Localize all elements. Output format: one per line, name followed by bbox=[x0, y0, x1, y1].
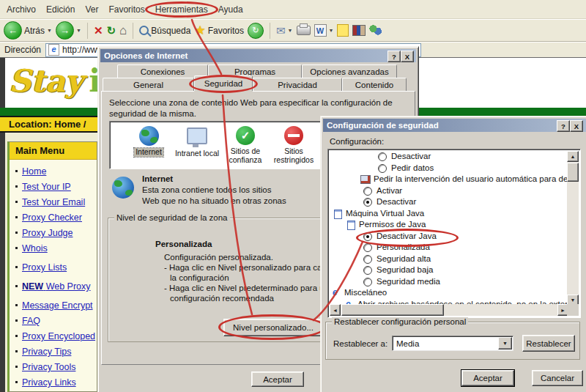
ie-page-icon: e bbox=[48, 44, 59, 56]
radio-desactivar-java[interactable] bbox=[363, 232, 372, 241]
radio-desactivar[interactable] bbox=[378, 152, 387, 161]
sidebar-link-proxy-judge[interactable]: Proxy Judge bbox=[15, 228, 95, 238]
reset-group: Restablecer configuración personal Resta… bbox=[325, 322, 580, 360]
zone-sitios-restringidos[interactable]: Sitios restringidos bbox=[270, 126, 318, 164]
zone-confianza-label: Sitios de confianza bbox=[221, 147, 270, 164]
scroll-left-icon[interactable]: ◄ bbox=[330, 304, 341, 316]
vertical-scroll-thumb[interactable] bbox=[567, 163, 579, 182]
menu-favoritos[interactable]: Favoritos bbox=[105, 3, 148, 16]
menu-ver[interactable]: Ver bbox=[81, 3, 102, 16]
sidebar-main-menu: Main Menu Home Test Your IP Test Your Em… bbox=[7, 141, 97, 392]
home-icon[interactable]: ⌂ bbox=[119, 23, 127, 38]
favorites-star-icon: ★ bbox=[194, 23, 205, 38]
java-vm-icon bbox=[334, 210, 342, 219]
forward-dropdown-icon[interactable]: ▼ bbox=[76, 28, 81, 33]
screen: Stayin Location: Home / Main Menu Home T… bbox=[0, 0, 586, 392]
sidebar-link-faq[interactable]: FAQ bbox=[15, 316, 95, 326]
tab-opciones-avanzadas[interactable]: Opciones avanzadas bbox=[302, 64, 397, 78]
menu-edicion[interactable]: Edición bbox=[42, 3, 78, 16]
dialog-internet-options-titlebar[interactable]: Opciones de Internet bbox=[100, 49, 416, 62]
radio-activar[interactable] bbox=[363, 187, 372, 196]
close-button[interactable]: X bbox=[401, 51, 414, 62]
mail-button[interactable]: ✉▼ bbox=[276, 24, 293, 37]
security-settings-cancel-button[interactable]: Cancelar bbox=[532, 370, 583, 386]
search-button[interactable]: Búsqueda bbox=[139, 26, 190, 36]
menu-archivo[interactable]: Archivo bbox=[3, 3, 40, 16]
print-icon[interactable] bbox=[297, 26, 311, 35]
notes-icon[interactable] bbox=[337, 24, 349, 37]
reset-button[interactable]: Restablecer bbox=[522, 335, 575, 352]
messenger-icon[interactable] bbox=[369, 25, 382, 36]
radio-desactivar-descargas[interactable] bbox=[363, 198, 372, 207]
history-icon[interactable]: ↻ bbox=[248, 23, 264, 39]
tab-general[interactable]: General bbox=[103, 78, 194, 91]
radio-seguridad-media[interactable] bbox=[363, 278, 372, 286]
tab-privacidad[interactable]: Privacidad bbox=[253, 78, 342, 91]
forward-button[interactable]: →▼ bbox=[56, 21, 81, 40]
sidebar-link-test-your-email[interactable]: Test Your Email bbox=[15, 197, 95, 207]
sidebar-link-web-proxy-label: Web Proxy bbox=[46, 281, 91, 292]
sidebar-link-privacy-tips[interactable]: Privacy Tips bbox=[15, 347, 95, 357]
browser-menubar: Archivo Edición Ver Favoritos Herramient… bbox=[0, 0, 586, 19]
reset-level-select[interactable]: Media▼ bbox=[392, 336, 513, 351]
radio-pedir-datos[interactable] bbox=[378, 164, 387, 173]
edit-word-button[interactable]: W▼ bbox=[314, 24, 334, 37]
refresh-icon[interactable]: ↻ bbox=[106, 24, 116, 37]
sidebar-link-proxy-lists[interactable]: Proxy Lists bbox=[15, 262, 95, 273]
reset-level-value: Media bbox=[396, 339, 419, 348]
list-item: Personalizada bbox=[330, 242, 568, 254]
radio-seguridad-baja[interactable] bbox=[363, 266, 372, 275]
scrollbar-corner bbox=[567, 304, 579, 316]
menu-herramientas-label: Herramientas bbox=[155, 4, 208, 15]
mail-dropdown-icon[interactable]: ▼ bbox=[288, 28, 293, 33]
vertical-scrollbar[interactable]: ▲ ▼ bbox=[567, 151, 579, 306]
close-button[interactable]: X bbox=[570, 120, 583, 132]
zone-sitios-confianza[interactable]: ✓Sitios de confianza bbox=[221, 126, 270, 164]
list-item: Seguridad baja bbox=[330, 265, 568, 276]
custom-level-button[interactable]: Nivel personalizado... bbox=[223, 319, 323, 336]
stop-icon[interactable]: ✕ bbox=[94, 24, 103, 37]
option-label: Seguridad baja bbox=[377, 265, 433, 274]
menu-herramientas[interactable]: Herramientas bbox=[152, 3, 212, 16]
zone-internet[interactable]: Internet bbox=[125, 126, 173, 157]
sidebar-link-message-encrypt[interactable]: Message Encrypt bbox=[15, 300, 95, 311]
research-icon[interactable] bbox=[352, 25, 366, 36]
sidebar-link-privacy-links[interactable]: Privacy Links bbox=[15, 377, 95, 388]
tab-contenido[interactable]: Contenido bbox=[342, 78, 407, 91]
sidebar-link-proxy-encyclopedia[interactable]: Proxy Encycloped bbox=[15, 331, 95, 341]
site-logo-word1: Stay bbox=[9, 63, 83, 99]
option-label: Seguridad alta bbox=[377, 254, 431, 263]
sidebar-link-web-proxy[interactable]: NEW Web Proxy bbox=[15, 281, 95, 292]
help-button[interactable]: ? bbox=[387, 51, 401, 62]
tab-seguridad[interactable]: Seguridad bbox=[194, 75, 253, 91]
sidebar-link-home[interactable]: Home bbox=[15, 166, 95, 177]
help-button[interactable]: ? bbox=[557, 120, 570, 132]
toolbar-separator bbox=[133, 23, 133, 39]
sidebar-link-whois[interactable]: Whois bbox=[15, 243, 95, 254]
favorites-button[interactable]: ★Favoritos bbox=[194, 23, 244, 38]
dialog-security-settings-titlebar[interactable]: Configuración de seguridad bbox=[323, 119, 586, 132]
sidebar-link-privacy-tools[interactable]: Privacy Tools bbox=[15, 362, 95, 372]
zone-intranet-label: Intranet local bbox=[175, 149, 219, 158]
selected-zone-description: Esta zona contiene todos los sitios Web … bbox=[142, 185, 287, 207]
security-settings-ok-button[interactable]: Aceptar bbox=[461, 370, 514, 386]
horizontal-scrollbar[interactable]: ◄ ► bbox=[330, 304, 568, 316]
menu-ayuda[interactable]: Ayuda bbox=[215, 3, 247, 16]
scroll-up-icon[interactable]: ▲ bbox=[567, 151, 579, 162]
list-item: Desactivar bbox=[330, 151, 568, 163]
back-button[interactable]: ←Atrás▼ bbox=[4, 21, 52, 40]
download-setting-icon bbox=[360, 175, 371, 184]
list-item: Pedir datos bbox=[330, 163, 568, 174]
option-label: Desactivar Java bbox=[377, 232, 437, 240]
radio-seguridad-alta[interactable] bbox=[363, 255, 372, 264]
sidebar-link-proxy-checker[interactable]: Proxy Checker bbox=[15, 212, 95, 223]
radio-personalizada[interactable] bbox=[363, 243, 372, 252]
word-dropdown-icon[interactable]: ▼ bbox=[329, 28, 334, 33]
back-dropdown-icon[interactable]: ▼ bbox=[47, 28, 52, 33]
internet-options-ok-button[interactable]: Aceptar bbox=[251, 371, 304, 387]
combo-dropdown-icon[interactable]: ▼ bbox=[498, 337, 512, 350]
sidebar-link-test-your-ip[interactable]: Test Your IP bbox=[15, 182, 95, 192]
zone-intranet-local[interactable]: Intranet local bbox=[173, 126, 221, 158]
reset-to-label: Restablecer a: bbox=[333, 339, 387, 350]
horizontal-scroll-thumb[interactable] bbox=[341, 304, 444, 316]
